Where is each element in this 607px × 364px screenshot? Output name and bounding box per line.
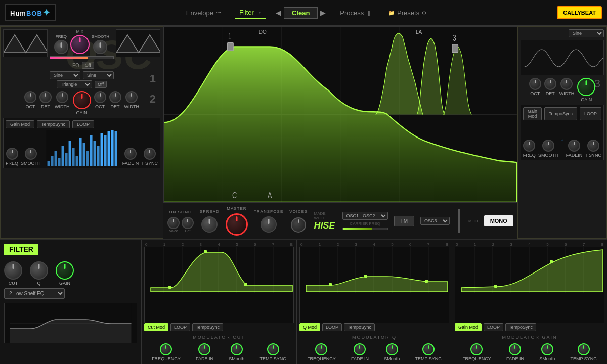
- voice-label: Voice: [169, 229, 178, 233]
- cut-mod-buttons: Cut Mod LOOP TempoSync: [144, 323, 294, 331]
- tab-presets[interactable]: 📁 Presets ⚙: [384, 7, 430, 19]
- svg-marker-3: [116, 35, 160, 53]
- master-knob[interactable]: [226, 213, 248, 236]
- q-mod-svg: [300, 247, 449, 293]
- osc3-width-knob[interactable]: [560, 78, 573, 90]
- fm-button[interactable]: FM: [394, 216, 414, 226]
- osc2-det-knob[interactable]: [109, 91, 121, 103]
- osc1-oct-knob[interactable]: [24, 91, 36, 103]
- gain-mod-btn[interactable]: Gain Mod: [6, 120, 34, 128]
- osc1-width-knob[interactable]: [56, 91, 68, 103]
- cut-freq-knob[interactable]: [160, 343, 172, 355]
- osc3-waveform-select[interactable]: SineTriangle: [569, 29, 604, 37]
- transpose-knob[interactable]: [261, 216, 277, 233]
- filter-cut-knob[interactable]: [4, 261, 22, 280]
- osc1-gain-knob[interactable]: [73, 91, 91, 109]
- tab-process[interactable]: Process |||: [336, 7, 374, 19]
- unisono-group: UNISONO Voice Det: [167, 210, 194, 233]
- hise-label: HISE: [314, 220, 335, 231]
- filter-current-name: Clean: [284, 7, 318, 19]
- filter-section-label: FILTER: [4, 244, 38, 255]
- mod-fadein-knob[interactable]: [124, 148, 137, 160]
- cut-tempo-btn[interactable]: TempoSync: [192, 323, 223, 331]
- osc1-lfo-off-btn2[interactable]: Off: [95, 81, 107, 88]
- mod-tsync-knob[interactable]: [144, 148, 156, 160]
- osc2-oct-knob[interactable]: [94, 91, 106, 103]
- unisono-det-knob[interactable]: [182, 217, 194, 229]
- osc1-det-knob[interactable]: [39, 91, 52, 103]
- gain-mod-panel-btn[interactable]: Gain Mod: [455, 323, 482, 331]
- q-tempo-btn[interactable]: TempoSync: [344, 323, 375, 331]
- cut-tempsync-knob[interactable]: [267, 343, 279, 355]
- cut-fadein-knob[interactable]: [198, 343, 210, 355]
- osc3-det-knob[interactable]: [544, 78, 556, 90]
- mod-smooth-knob[interactable]: [25, 148, 37, 160]
- filter-q-knob[interactable]: [30, 261, 48, 280]
- filter-center: DO LA: [163, 26, 517, 239]
- gain-smooth-knob[interactable]: [541, 343, 553, 355]
- q-mod-btn[interactable]: Q Mod: [299, 323, 320, 331]
- filter-type-select[interactable]: 2 Low Shelf EQ High Pass Low Pass: [4, 288, 65, 299]
- voices-group: VOICES: [289, 209, 308, 233]
- unisono-voice-knob[interactable]: [167, 217, 180, 229]
- svg-rect-65: [425, 280, 428, 283]
- q-smooth-knob[interactable]: [386, 343, 398, 355]
- filter-name-nav: ◀ Clean ▶: [276, 7, 326, 19]
- osc-routing-select1[interactable]: OSC1 - OSC2: [342, 212, 388, 220]
- cut-mod-btn[interactable]: Cut Mod: [144, 323, 168, 331]
- voices-knob[interactable]: [291, 217, 306, 233]
- mod-smooth-label: SMOOTH: [21, 161, 41, 166]
- osc1-lfo-shape-select[interactable]: TriangleSineSquare: [57, 80, 92, 88]
- svg-rect-74: [494, 285, 497, 288]
- q-tempsync-knob[interactable]: [422, 343, 435, 355]
- synth-controls: UNISONO Voice Det SPREAD: [163, 203, 517, 239]
- osc3-mod-freq-knob[interactable]: [523, 140, 535, 152]
- osc3-gain-mod-btn[interactable]: Gain Mod: [523, 107, 542, 120]
- gain-tempsync-knob[interactable]: [578, 343, 590, 355]
- svg-rect-16: [86, 151, 89, 166]
- q-loop-btn[interactable]: LOOP: [322, 323, 342, 331]
- filter-next-btn[interactable]: ▶: [320, 9, 326, 17]
- envelope-wave-icon: 〜: [216, 9, 221, 16]
- osc-panel-1: OSC 1 2 FREQ: [0, 26, 163, 239]
- osc1-mix-knob[interactable]: [70, 35, 90, 54]
- gain-freq-knob[interactable]: [470, 343, 483, 355]
- osc-routing-select2[interactable]: OSC3: [420, 217, 450, 225]
- svg-rect-11: [68, 141, 71, 166]
- osc1-gain-label: GAIN: [76, 110, 87, 115]
- gain-loop-btn[interactable]: LOOP: [484, 323, 503, 331]
- osc3-gain-knob[interactable]: [577, 78, 595, 96]
- osc3-loop-btn[interactable]: LOOP: [580, 107, 601, 120]
- osc2-waveform-svg: [116, 30, 160, 57]
- q-freq-knob[interactable]: [315, 343, 327, 355]
- osc1-freq-knob[interactable]: [54, 40, 68, 54]
- gain-fadein-knob[interactable]: [509, 343, 521, 355]
- spread-label: SPREAD: [200, 209, 220, 214]
- osc3-tempo-sync-btn[interactable]: TempoSync: [544, 107, 577, 120]
- spread-knob[interactable]: [201, 216, 218, 233]
- mono-button[interactable]: MONO: [484, 215, 513, 226]
- gain-tempo-btn[interactable]: TempoSync: [505, 323, 536, 331]
- osc3-mod-tsync-knob[interactable]: [587, 140, 599, 152]
- mod-panel-cut: 01234567B: [142, 240, 297, 364]
- filter-prev-btn[interactable]: ◀: [276, 9, 281, 17]
- filter-gain-knob[interactable]: [56, 261, 74, 280]
- svg-marker-1: [4, 35, 48, 53]
- osc3-mod-smooth-knob[interactable]: [542, 140, 554, 152]
- cut-loop-btn[interactable]: LOOP: [170, 323, 190, 331]
- tempo-sync-btn[interactable]: TempoSync: [37, 120, 70, 128]
- osc3-mod-fadein-knob[interactable]: [568, 140, 580, 152]
- tab-envelope[interactable]: Envelope 〜: [182, 7, 225, 19]
- tab-filter[interactable]: Filter →: [235, 7, 266, 19]
- q-fadein-label: FADE IN: [351, 356, 369, 361]
- cut-mod-svg: [145, 247, 293, 293]
- cut-smooth-knob[interactable]: [231, 343, 243, 355]
- osc2-width-knob[interactable]: [125, 91, 138, 103]
- loop-btn[interactable]: LOOP: [72, 120, 94, 128]
- osc3-oct-knob[interactable]: [529, 78, 541, 90]
- mod-freq-knob[interactable]: [6, 148, 18, 160]
- osc1-slider[interactable]: [50, 56, 114, 59]
- q-fadein-knob[interactable]: [354, 343, 366, 355]
- filter-bottom-section: FILTER CUT Q GAIN 2 Low Shelf EQ High Pa…: [0, 239, 607, 364]
- app-logo: HumBOB✦: [5, 4, 56, 21]
